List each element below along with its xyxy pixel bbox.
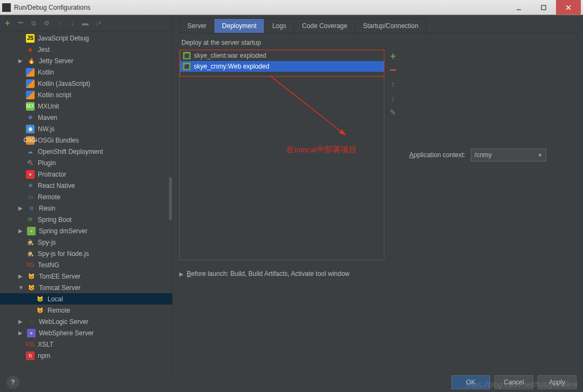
tree-item[interactable]: 🕵Spy-js for Node.js (0, 248, 172, 259)
tree-item-label: Spy-js (38, 239, 56, 246)
tree-item[interactable]: Kotlin script (0, 89, 172, 100)
tree-item[interactable]: ◉NW.js (0, 123, 172, 134)
tree-item[interactable]: ▼🐱Tomcat Server (0, 282, 172, 293)
deploy-artifact-row[interactable]: ⬛skye_client:war exploded (180, 50, 384, 61)
tree-item[interactable]: XSLXSLT (0, 339, 172, 350)
tree-item[interactable]: JSJavaScript Debug (0, 32, 172, 44)
settings-panel: ServerDeploymentLogsCode CoverageStartup… (173, 15, 583, 373)
config-type-icon (26, 68, 35, 77)
tree-item-label: TomEE Server (39, 273, 80, 280)
tree-item[interactable]: ▶🔥Jetty Server (0, 55, 172, 66)
config-type-icon: ⚙ (27, 204, 36, 213)
tree-item[interactable]: 🕵Spy-js (0, 236, 172, 248)
config-type-icon (26, 91, 35, 99)
config-type-icon: ◉ (26, 125, 35, 133)
tree-item[interactable]: MXMXUnit (0, 100, 172, 112)
tree-item[interactable]: NGTestNG (0, 259, 172, 271)
app-context-label: Application context: (409, 151, 465, 159)
app-context-value: /cnmy (474, 151, 492, 159)
tree-item[interactable]: ◆Jest (0, 44, 172, 55)
edit-artifact-button[interactable]: ✎ (389, 108, 397, 117)
tree-item[interactable]: ☁OpenShift Deployment (0, 146, 172, 157)
tab[interactable]: Deployment (214, 18, 265, 33)
config-type-icon: ◆ (26, 45, 35, 54)
tree-item-label: TestNG (38, 261, 59, 269)
tree-item[interactable]: ⟳Spring Boot (0, 214, 172, 225)
deploy-artifact-list[interactable]: ⬛skye_client:war exploded⬛skye_cnmy:Web … (179, 50, 384, 260)
apply-button[interactable]: Apply (538, 375, 577, 389)
move-up-icon[interactable]: ↑ (55, 19, 64, 28)
tree-item[interactable]: ▶⚙Resin (0, 202, 172, 214)
tree-item[interactable]: Kotlin (JavaScript) (0, 78, 172, 89)
add-config-icon[interactable]: + (3, 19, 12, 28)
tree-item[interactable]: ⚛React Native (0, 180, 172, 191)
tree-item-label: npm (38, 352, 50, 360)
artifact-icon: ⬛ (183, 63, 191, 70)
tree-item-label: Jetty Server (39, 57, 73, 65)
artifact-down-button[interactable]: ↓ (389, 94, 397, 103)
tree-item[interactable]: ▶●WebSphere Server (0, 327, 172, 339)
config-type-icon: 🕵 (26, 238, 35, 247)
app-context-combo[interactable]: /cnmy ▼ (471, 148, 546, 161)
deploy-artifact-row[interactable]: ⬛skye_cnmy:Web exploded (180, 61, 384, 72)
folder-icon[interactable]: ▬ (81, 19, 90, 28)
remove-config-icon[interactable]: − (16, 19, 25, 28)
tree-item[interactable]: nnpm (0, 350, 172, 361)
artifact-label: skye_client:war exploded (194, 52, 266, 59)
tree-item[interactable]: 🔌Plugin (0, 157, 172, 168)
artifact-up-button[interactable]: ↑ (389, 80, 397, 89)
tree-item[interactable]: ▭Remote (0, 191, 172, 202)
tree-item[interactable]: ▶🐱TomEE Server (0, 271, 172, 282)
tree-item-label: JavaScript Debug (38, 35, 89, 42)
tree-item-label: Remote (38, 193, 60, 201)
close-button[interactable] (556, 0, 581, 15)
add-artifact-button[interactable]: + (389, 52, 397, 60)
remove-artifact-button[interactable]: − (389, 66, 397, 75)
app-icon (2, 3, 11, 12)
left-toolbar: + − ⧉ ⚙ ↑ ↓ ▬ ↓² (0, 15, 172, 31)
config-type-icon: ❋ (26, 113, 35, 122)
config-type-icon: n (26, 352, 35, 360)
maximize-button[interactable] (531, 0, 556, 15)
svg-rect-1 (541, 5, 546, 10)
tree-item[interactable]: OSGiOSGi Bundles (0, 134, 172, 146)
config-tree[interactable]: JSJavaScript Debug◆Jest▶🔥Jetty ServerKot… (0, 31, 172, 373)
tab[interactable]: Logs (264, 18, 294, 33)
config-type-icon: 🔥 (27, 57, 36, 65)
tree-item-label: React Native (38, 182, 75, 190)
tree-arrow-icon: ▶ (18, 58, 24, 64)
move-down-icon[interactable]: ↓ (68, 19, 77, 28)
tree-item[interactable]: 🐱Remote (0, 305, 172, 316)
settings-icon[interactable]: ⚙ (42, 19, 51, 28)
config-type-icon: ⟳ (26, 215, 35, 224)
minimize-button[interactable] (506, 0, 531, 15)
artifact-icon: ⬛ (183, 52, 191, 59)
tree-item[interactable]: Kotlin (0, 66, 172, 78)
config-type-icon: 🐱 (36, 306, 44, 315)
sort-icon[interactable]: ↓² (94, 19, 103, 28)
before-launch-section[interactable]: ▶ Before launch: Build, Build Artifacts,… (179, 270, 577, 278)
tree-item[interactable]: ❋Maven (0, 112, 172, 123)
copy-config-icon[interactable]: ⧉ (29, 19, 38, 28)
cancel-button[interactable]: Cancel (494, 375, 533, 389)
tab[interactable]: Code Coverage (294, 18, 355, 33)
tree-item-label: Spring dmServer (39, 227, 87, 235)
tab[interactable]: Server (179, 18, 214, 33)
config-type-icon: 🐱 (27, 283, 36, 292)
deploy-list-buttons: + − ↑ ↓ ✎ (388, 50, 398, 260)
tree-item[interactable]: ●Protractor (0, 168, 172, 180)
tab[interactable]: Startup/Connection (355, 18, 426, 33)
tree-item-label: Spy-js for Node.js (38, 250, 89, 258)
tree-item[interactable]: ▶○WebLogic Server (0, 316, 172, 327)
config-type-icon: ▭ (26, 193, 35, 201)
ok-button[interactable]: OK (451, 375, 490, 389)
tree-item-label: WebLogic Server (39, 318, 89, 326)
expand-arrow-icon: ▶ (179, 271, 184, 277)
tree-item[interactable]: ▶●Spring dmServer (0, 225, 172, 236)
tree-item-label: Jest (38, 46, 50, 53)
tab-bar: ServerDeploymentLogsCode CoverageStartup… (179, 18, 577, 33)
tree-item[interactable]: 🐱Local (0, 293, 172, 305)
help-button[interactable]: ? (6, 376, 19, 389)
config-type-icon: ☁ (26, 147, 35, 156)
artifact-label: skye_cnmy:Web exploded (194, 63, 269, 70)
